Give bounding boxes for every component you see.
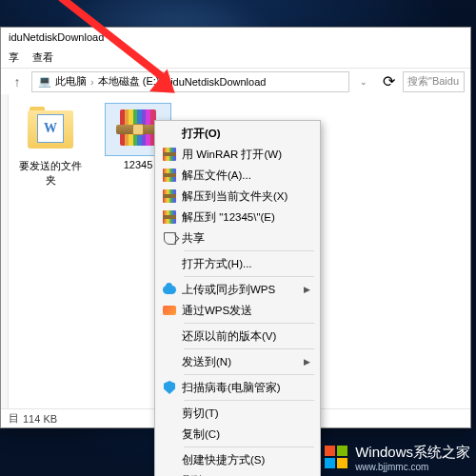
- pc-icon: 💻: [38, 75, 51, 88]
- rar-icon: [163, 169, 176, 182]
- watermark-url: www.bjjmmc.com: [355, 462, 470, 472]
- menu-bar: 享 查看: [1, 49, 470, 68]
- menu-send-to[interactable]: 发送到(N)▶: [157, 351, 318, 372]
- chevron-right-icon: ›: [90, 76, 94, 88]
- nav-up-button[interactable]: ↑: [7, 71, 28, 92]
- menu-separator: [184, 250, 314, 251]
- status-label: 目: [9, 411, 19, 426]
- menu-share[interactable]: 享: [9, 50, 19, 66]
- watermark-brand: Windows: [355, 444, 413, 460]
- menu-create-shortcut[interactable]: 创建快捷方式(S): [157, 449, 318, 470]
- menu-view[interactable]: 查看: [32, 50, 53, 66]
- dropdown-history-button[interactable]: ⌄: [353, 71, 374, 92]
- rar-icon: [163, 210, 176, 224]
- windows-logo-icon: [325, 446, 349, 470]
- crumb-root[interactable]: 此电脑: [55, 74, 87, 89]
- wps-send-icon: [163, 306, 176, 315]
- chevron-right-icon: ›: [163, 76, 167, 88]
- chevron-right-icon: ▶: [304, 285, 310, 294]
- shield-icon: [164, 381, 175, 394]
- search-input[interactable]: 搜索"Baidu: [403, 71, 465, 92]
- menu-copy[interactable]: 复制(C): [157, 424, 318, 445]
- menu-extract-here[interactable]: 解压到当前文件夹(X): [157, 186, 318, 207]
- watermark: Windows系统之家 www.bjjmmc.com: [325, 444, 470, 472]
- menu-share[interactable]: 共享: [157, 228, 318, 248]
- file-item-folder[interactable]: W 要发送的文件夹: [16, 104, 85, 188]
- cloud-icon: [163, 286, 176, 294]
- menu-extract-to[interactable]: 解压到 "12345\"(E): [157, 207, 318, 228]
- share-icon: [164, 232, 176, 245]
- menu-separator: [184, 446, 314, 447]
- sidebar: [1, 94, 9, 408]
- menu-separator: [184, 400, 314, 401]
- status-size: 114 KB: [23, 413, 57, 425]
- breadcrumb[interactable]: 💻 此电脑 › 本地磁盘 (E:) › iduNetdiskDownload: [31, 71, 349, 92]
- menu-open-winrar[interactable]: 用 WinRAR 打开(W): [157, 144, 318, 165]
- context-menu: 打开(O) 用 WinRAR 打开(W) 解压文件(A)... 解压到当前文件夹…: [154, 120, 321, 476]
- watermark-sub: 系统之家: [413, 444, 470, 460]
- rar-icon: [163, 148, 176, 161]
- menu-upload-wps[interactable]: 上传或同步到WPS▶: [157, 279, 318, 300]
- refresh-button[interactable]: ⟳: [378, 71, 399, 92]
- address-bar: ↑ 💻 此电脑 › 本地磁盘 (E:) › iduNetdiskDownload…: [1, 68, 470, 94]
- menu-scan-virus[interactable]: 扫描病毒(电脑管家): [157, 377, 318, 398]
- menu-separator: [184, 276, 314, 277]
- rar-icon: [163, 189, 176, 203]
- menu-send-wps[interactable]: 通过WPS发送: [157, 300, 318, 321]
- menu-restore-version[interactable]: 还原以前的版本(V): [157, 326, 318, 347]
- folder-icon: W: [28, 110, 73, 149]
- file-label: 要发送的文件夹: [16, 159, 85, 188]
- menu-separator: [184, 374, 314, 375]
- menu-open[interactable]: 打开(O): [157, 123, 318, 144]
- menu-separator: [184, 323, 314, 324]
- window-title: iduNetdiskDownload: [1, 28, 470, 49]
- menu-separator: [184, 348, 314, 349]
- menu-extract-files[interactable]: 解压文件(A)...: [157, 165, 318, 186]
- chevron-right-icon: ▶: [304, 357, 310, 367]
- crumb-folder[interactable]: iduNetdiskDownload: [170, 76, 266, 88]
- menu-open-with[interactable]: 打开方式(H)...: [157, 253, 318, 274]
- menu-delete[interactable]: 删除(D): [157, 470, 318, 476]
- menu-cut[interactable]: 剪切(T): [157, 403, 318, 424]
- crumb-drive[interactable]: 本地磁盘 (E:): [98, 74, 160, 89]
